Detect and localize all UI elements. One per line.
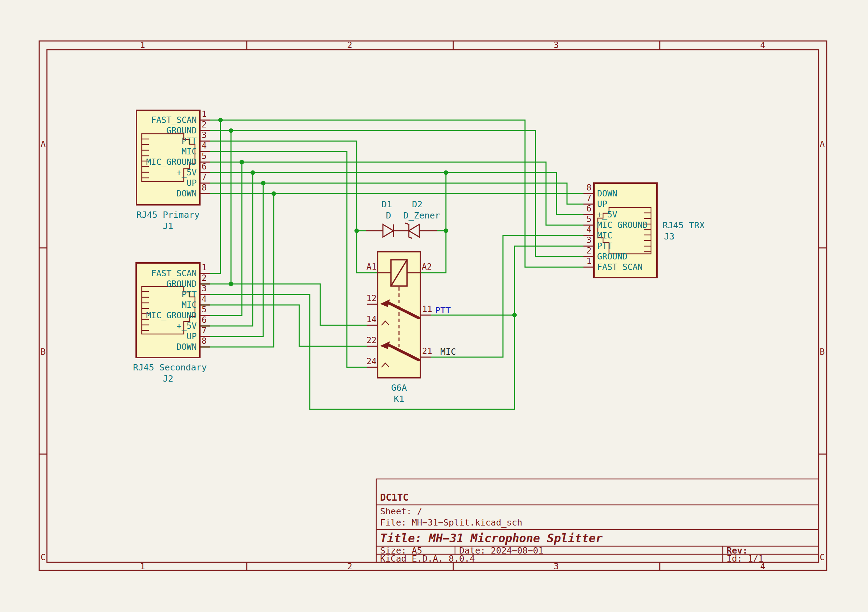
k1-value[interactable]: G6A	[378, 384, 420, 392]
j1-pin-number: 8	[202, 183, 206, 192]
j1-pin-number: 1	[202, 110, 206, 118]
frame-col-label: 2	[347, 562, 352, 571]
j2-pin-name: MIC_GROUND	[138, 311, 197, 320]
j3-pin-name: PTT	[597, 242, 612, 250]
titleblock-company: DC1TC	[380, 492, 408, 502]
k1-pin-a2: A2	[422, 263, 432, 271]
j1-pin-name: MIC_GROUND	[138, 158, 197, 166]
k1-pin-a1: A1	[360, 263, 377, 271]
j3-pin-number: 8	[574, 183, 592, 192]
titleblock-title: Title: MH−31 Microphone Splitter	[380, 533, 603, 544]
j2-reference[interactable]: J2	[133, 374, 203, 383]
frame-row-label: C	[820, 553, 825, 562]
j1-pin-number: 7	[202, 173, 206, 181]
j2-pin-name: GROUND	[138, 280, 197, 288]
j1-reference[interactable]: J1	[136, 222, 200, 230]
d1-value[interactable]: D	[380, 211, 397, 220]
j1-pin-number: 6	[202, 162, 206, 171]
j3-pin-number: 3	[574, 236, 592, 244]
j1-pin-name: DOWN	[138, 190, 197, 198]
k1-pin-24: 24	[353, 357, 377, 365]
k1-pin-21: 21	[422, 347, 432, 356]
frame-row-label: C	[40, 553, 45, 562]
j3-pin-name: +_5V	[597, 210, 617, 219]
j3-pin-name: DOWN	[597, 190, 617, 198]
j3-pin-number: 1	[574, 257, 592, 266]
j1-pin-name: +_5V	[138, 168, 197, 177]
j3-pin-name: MIC	[597, 231, 612, 240]
j2-pin-name: UP	[138, 332, 197, 341]
j2-pin-number: 4	[202, 295, 206, 303]
frame-row-label: A	[820, 140, 825, 148]
frame-col-label: 2	[347, 41, 352, 50]
frame-col-label: 4	[760, 562, 765, 571]
frame-col-label: 3	[554, 562, 559, 571]
diode-d1-symbol[interactable]	[366, 224, 409, 237]
j3-pin-number: 5	[574, 215, 592, 224]
titleblock-file: File: MH−31−Split.kicad_sch	[380, 518, 522, 527]
titleblock-id: Id: 1/1	[727, 554, 763, 563]
j2-pin-name: DOWN	[138, 343, 197, 351]
j2-pin-number: 7	[202, 326, 206, 335]
j3-pin-number: 7	[574, 194, 592, 202]
j3-pin-name: UP	[597, 200, 607, 208]
j2-pin-name: FAST_SCAN	[138, 269, 197, 278]
j1-pin-number: 5	[202, 152, 206, 160]
j1-pin-name: FAST_SCAN	[138, 116, 197, 124]
j3-pin-name: FAST_SCAN	[597, 263, 643, 271]
schematic-sheet: 1 2 3 4 1 2 3 4 A B C A B C FAST_SCAN GR…	[0, 0, 868, 612]
j1-pin-name: MIC	[138, 148, 197, 156]
j3-value[interactable]: RJ45 TRX	[663, 221, 705, 230]
titleblock-sheet: Sheet: /	[380, 507, 422, 516]
j3-pin-number: 6	[574, 205, 592, 213]
d1-reference[interactable]: D1	[376, 200, 397, 209]
j3-pin-number: 2	[574, 247, 592, 255]
frame-col-label: 1	[140, 41, 145, 50]
titleblock-app: KiCad E.D.A. 8.0.4	[380, 554, 475, 563]
frame-col-label: 3	[554, 41, 559, 50]
j2-pin-number: 1	[202, 263, 206, 272]
j2-pin-number: 8	[202, 337, 206, 345]
j1-pin-name: GROUND	[138, 126, 197, 135]
frame-row-label: A	[40, 140, 45, 148]
j2-pin-number: 3	[202, 284, 206, 293]
k1-pin-12: 12	[353, 294, 377, 303]
j2-pin-name: PTT	[138, 290, 197, 299]
net-label-ptt[interactable]: PTT	[435, 306, 451, 315]
j3-pin-name: GROUND	[597, 252, 628, 261]
d2-reference[interactable]: D2	[407, 200, 428, 209]
j1-pin-number: 4	[202, 141, 206, 150]
j2-pin-number: 2	[202, 274, 206, 282]
frame-row-label: B	[40, 348, 45, 356]
j1-pin-number: 3	[202, 131, 206, 139]
k1-pin-11: 11	[422, 305, 432, 313]
frame-col-label: 4	[760, 41, 765, 50]
net-label-mic[interactable]: MIC	[440, 347, 456, 356]
j1-pin-name: UP	[138, 179, 197, 187]
j2-pin-number: 5	[202, 305, 206, 314]
frame-col-label: 1	[140, 562, 145, 571]
j3-pin-name: MIC_GROUND	[597, 221, 648, 229]
j2-pin-name: +_5V	[138, 322, 197, 330]
d2-value[interactable]: D_Zener	[403, 211, 441, 220]
k1-pin-14: 14	[353, 315, 377, 323]
j1-value[interactable]: RJ45 Primary	[136, 210, 200, 219]
j2-pin-number: 6	[202, 316, 206, 324]
diode-d2-symbol[interactable]	[405, 223, 437, 238]
k1-pin-22: 22	[353, 336, 377, 345]
j3-reference[interactable]: J3	[664, 232, 674, 241]
j1-pin-name: PTT	[138, 137, 197, 145]
j1-pin-number: 2	[202, 120, 206, 129]
frame-row-label: B	[820, 348, 825, 356]
j2-value[interactable]: RJ45 Secondary	[133, 363, 203, 372]
k1-reference[interactable]: K1	[378, 395, 420, 403]
j3-pin-number: 4	[574, 225, 592, 234]
j2-pin-name: MIC	[138, 301, 197, 309]
